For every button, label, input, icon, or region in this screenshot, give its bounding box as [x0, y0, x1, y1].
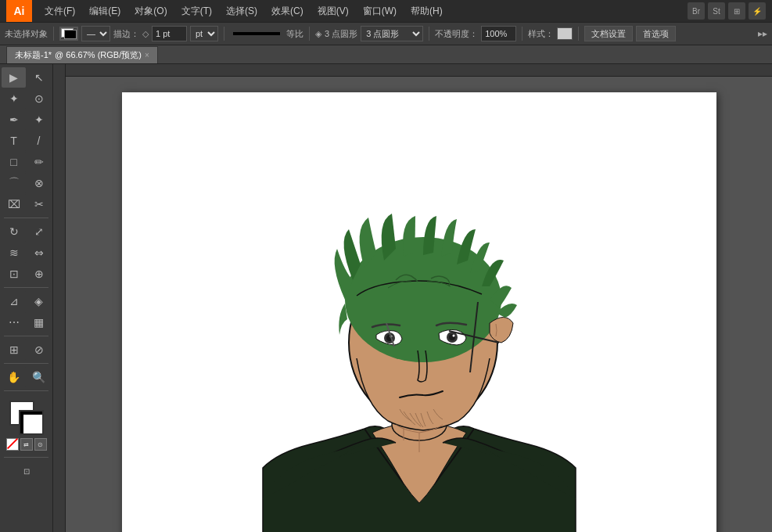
- menu-effect[interactable]: 效果(C): [265, 3, 310, 20]
- tab-close-button[interactable]: ×: [145, 51, 149, 59]
- blob-tool[interactable]: ⊗: [27, 173, 51, 193]
- style-swatch[interactable]: [557, 27, 573, 40]
- titlebar-right: Br St ⊞ ⚡: [688, 2, 766, 20]
- symbol-spray-tool[interactable]: ⋯: [2, 312, 26, 332]
- pen-tool[interactable]: ✒: [2, 110, 26, 130]
- search-icon[interactable]: ⚡: [749, 2, 766, 20]
- menu-view[interactable]: 视图(V): [311, 3, 355, 20]
- toolbar-separator-5: [522, 27, 522, 41]
- brush-tool[interactable]: ⌒: [2, 173, 26, 193]
- scissors-tool[interactable]: ✂: [27, 194, 51, 214]
- prefs-button[interactable]: 首选项: [636, 26, 676, 41]
- width-tool[interactable]: ⇔: [27, 243, 51, 263]
- tool-row-drawing-mode: ⊡: [2, 461, 51, 481]
- color-boxes[interactable]: [9, 401, 44, 435]
- magic-wand-tool[interactable]: ✦: [2, 88, 26, 109]
- toolbar-separator-3: [309, 27, 310, 41]
- toolbar-separator-6: [578, 27, 579, 41]
- type-tool[interactable]: T: [2, 131, 26, 151]
- style-label: 样式：: [528, 28, 554, 40]
- line-tool[interactable]: /: [27, 131, 51, 151]
- tool-separator-4: [4, 363, 48, 364]
- opacity-input[interactable]: [481, 26, 516, 41]
- point-indicator: ◈: [315, 29, 321, 39]
- canvas-area[interactable]: [53, 64, 772, 532]
- scale-tool[interactable]: ⤢: [27, 221, 51, 242]
- tool-row-10: ⊡ ⊕: [2, 264, 51, 284]
- tool-row-9: ≋ ⇔: [2, 243, 51, 263]
- menu-window[interactable]: 窗口(W): [357, 3, 403, 20]
- bridge-icon[interactable]: Br: [688, 2, 705, 20]
- left-toolbar: ▶ ↖ ✦ ⊙ ✒ ✦ T / □ ✏ ⌒ ⊗ ⌧ ✂ ↻ ⤢: [0, 64, 53, 532]
- rotate-tool[interactable]: ↻: [2, 221, 26, 242]
- artboard: [122, 92, 716, 532]
- none-icon[interactable]: [6, 438, 19, 451]
- opacity-label: 不透明度：: [435, 28, 478, 40]
- stock-icon[interactable]: St: [708, 2, 725, 20]
- stroke-color-inner: [23, 415, 42, 433]
- stroke-icon: ◇: [142, 29, 149, 39]
- svg-point-8: [452, 335, 454, 337]
- eyedropper-tool[interactable]: ⊿: [2, 291, 26, 311]
- blend-tool[interactable]: ◈: [27, 291, 51, 311]
- equal-label: 等比: [286, 28, 303, 40]
- tabbar: 未标题-1* @ 66.67% (RGB/预览) ×: [0, 45, 772, 64]
- stroke-label: 描边：: [113, 28, 139, 40]
- lasso-tool[interactable]: ⊙: [27, 88, 51, 109]
- control-toolbar: 未选择对象 — 描边： ◇ pt 等比 ◈ 3 点圆形 3 点圆形 不透明度： …: [0, 22, 772, 45]
- artwork-svg: [122, 92, 716, 532]
- slice-tool[interactable]: ⊘: [27, 340, 51, 360]
- direct-select-tool[interactable]: ↖: [27, 67, 51, 88]
- stroke-unit-select[interactable]: pt: [190, 26, 218, 41]
- stroke-width-input[interactable]: [152, 26, 187, 41]
- no-selection-label: 未选择对象: [5, 28, 48, 40]
- rect-tool[interactable]: □: [2, 152, 26, 172]
- default-colors-icon[interactable]: ⊙: [34, 438, 47, 451]
- doc-setup-button[interactable]: 文档设置: [584, 26, 633, 41]
- small-color-icons: ⇄ ⊙: [6, 438, 47, 451]
- menu-help[interactable]: 帮助(H): [404, 3, 449, 20]
- menu-type[interactable]: 文字(T): [175, 3, 218, 20]
- select-tool[interactable]: ▶: [2, 67, 26, 88]
- free-transform-tool[interactable]: ⊡: [2, 264, 26, 284]
- tab-subtitle: @ 66.67% (RGB/预览): [55, 49, 142, 61]
- zoom-tool[interactable]: 🔍: [27, 367, 51, 387]
- tool-row-2: ✦ ⊙: [2, 88, 51, 109]
- toolbar-separator-4: [429, 27, 429, 41]
- stroke-style-select[interactable]: —: [81, 26, 110, 41]
- artboard-tool[interactable]: ⊞: [2, 340, 26, 360]
- main-area: ▶ ↖ ✦ ⊙ ✒ ✦ T / □ ✏ ⌒ ⊗ ⌧ ✂ ↻ ⤢: [0, 64, 772, 532]
- toolbar-separator-1: [53, 27, 54, 41]
- swap-colors-icon[interactable]: ⇄: [20, 438, 33, 451]
- canvas-content: [66, 77, 772, 532]
- menu-edit[interactable]: 编辑(E): [83, 3, 127, 20]
- vertical-ruler: [53, 64, 66, 532]
- point-select[interactable]: 3 点圆形: [361, 26, 423, 41]
- tool-row-6: ⌒ ⊗: [2, 173, 51, 193]
- pencil-tool[interactable]: ✏: [27, 152, 51, 172]
- workspace-icon[interactable]: ⊞: [728, 2, 745, 20]
- shape-builder-tool[interactable]: ⊕: [27, 264, 51, 284]
- menu-select[interactable]: 选择(S): [220, 3, 264, 20]
- menu-bar: 文件(F) 编辑(E) 对象(O) 文字(T) 选择(S) 效果(C) 视图(V…: [38, 3, 681, 20]
- document-tab[interactable]: 未标题-1* @ 66.67% (RGB/预览) ×: [6, 46, 158, 63]
- tool-row-7: ⌧ ✂: [2, 194, 51, 214]
- toolbar-options-icon[interactable]: ▸▸: [758, 28, 767, 39]
- app-logo: Ai: [6, 0, 32, 22]
- tool-separator-5: [4, 390, 48, 391]
- stroke-color-swatch[interactable]: [59, 27, 78, 41]
- hand-tool[interactable]: ✋: [2, 367, 26, 387]
- warp-tool[interactable]: ≋: [2, 243, 26, 263]
- tool-row-3: ✒ ✦: [2, 110, 51, 130]
- tool-row-13: ⊞ ⊘: [2, 340, 51, 360]
- bar-chart-tool[interactable]: ▦: [27, 312, 51, 332]
- point-label: 3 点圆形: [325, 28, 357, 40]
- drawing-mode-normal[interactable]: ⊡: [2, 461, 51, 481]
- stroke-color[interactable]: [19, 410, 44, 435]
- menu-file[interactable]: 文件(F): [38, 3, 81, 20]
- tool-row-11: ⊿ ◈: [2, 291, 51, 311]
- menu-object[interactable]: 对象(O): [128, 3, 173, 20]
- toolbar-separator-2: [224, 27, 224, 41]
- eraser-tool[interactable]: ⌧: [2, 194, 26, 214]
- anchor-tool[interactable]: ✦: [27, 110, 51, 130]
